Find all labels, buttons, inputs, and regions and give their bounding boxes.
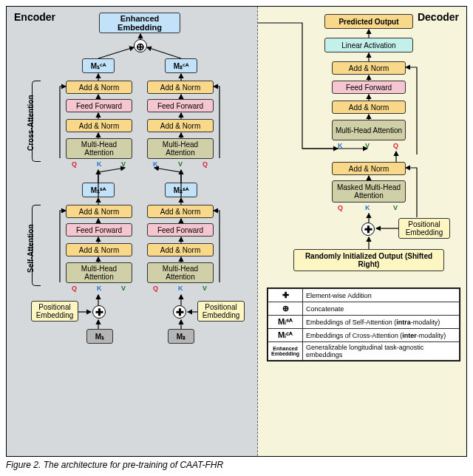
legend-enh-txt: Generalizable longitudinal task-agnostic… [303, 342, 460, 361]
cross-attention-label: Cross-Attention [27, 95, 35, 151]
pos-embed-box: Positional Embedding [398, 218, 450, 239]
plus-icon: ✚ [173, 305, 186, 319]
addnorm-box: Add & Norm [147, 119, 214, 132]
feedforward-box: Feed Forward [147, 99, 214, 112]
svg-line-1 [98, 47, 134, 58]
pos-embed-box: Positional Embedding [31, 301, 78, 322]
mha-box: Multi-Head Attention [332, 120, 406, 140]
legend-misa-txt: Embeddings of Self-Attention (intra-moda… [303, 316, 460, 329]
addnorm-box: Add & Norm [147, 243, 214, 256]
pos-embed-box: Positional Embedding [197, 301, 245, 322]
legend-plus-txt: Element-wise Addition [303, 289, 460, 302]
encoder-title: Encoder [14, 11, 55, 23]
k-label: K [97, 285, 102, 292]
addnorm-box: Add & Norm [66, 81, 132, 94]
mha-box: Multi-Head Attention [66, 262, 132, 283]
feedforward-box: Feed Forward [147, 223, 214, 237]
plus-icon: ✚ [92, 305, 106, 319]
figure-caption: Figure 2. The architecture for pre-train… [6, 460, 467, 470]
addnorm-box: Add & Norm [147, 81, 214, 94]
feedforward-box: Feed Forward [66, 99, 132, 112]
m1-sa-box: M₁ˢᴬ [82, 183, 115, 197]
k-label: K [365, 204, 370, 211]
q-label: Q [72, 285, 77, 292]
feedforward-box: Feed Forward [332, 81, 406, 94]
decoder-title: Decoder [418, 11, 459, 23]
enhanced-embedding-box: Enhanced Embedding [99, 13, 180, 33]
addnorm-box: Add & Norm [147, 205, 214, 218]
m2-ca-box: M₂ᶜᴬ [165, 58, 197, 73]
feedforward-box: Feed Forward [66, 223, 132, 237]
q-label: Q [393, 142, 398, 149]
legend-box: ✚Element-wise Addition ⊕Concatenate Mᵢˢᴬ… [267, 288, 460, 361]
q-label: Q [203, 160, 208, 168]
k-label: K [153, 160, 158, 168]
mha-box: Multi-Head Attention [147, 262, 214, 283]
decoder-panel: Decoder Predicted Output Linear Activati… [258, 7, 466, 456]
q-label: Q [153, 285, 158, 292]
svg-line-2 [147, 47, 181, 58]
addnorm-box: Add & Norm [332, 101, 406, 114]
legend-mica-sym: Mᵢᶜᴬ [268, 329, 303, 342]
k-label: K [338, 142, 343, 149]
m1-input-box: M₁ [86, 329, 113, 344]
k-label: K [97, 160, 102, 168]
masked-mha-box: Masked Multi-Head Attention [332, 180, 406, 203]
v-label: V [121, 160, 126, 168]
self-attention-label: Self-Attention [27, 224, 35, 273]
random-init-box: Randomly Initialized Output (Shifted Rig… [293, 249, 444, 271]
addnorm-box: Add & Norm [332, 61, 406, 75]
v-label: V [121, 285, 126, 292]
mha-box: Multi-Head Attention [66, 138, 132, 159]
addnorm-box: Add & Norm [332, 162, 406, 175]
m2-sa-box: M₂ˢᴬ [165, 183, 197, 197]
addnorm-box: Add & Norm [66, 119, 132, 132]
legend-mica-txt: Embeddings of Cross-Attention (inter-mod… [303, 329, 460, 342]
architecture-diagram: Encoder Enhanced Embedding ⊕ M₁ᶜᴬ M₂ᶜᴬ A… [6, 6, 467, 457]
linear-activation-box: Linear Activation [324, 38, 413, 52]
v-label: V [178, 160, 183, 168]
v-label: V [203, 285, 207, 292]
addnorm-box: Add & Norm [66, 205, 132, 218]
legend-plus-sym: ✚ [268, 289, 303, 302]
legend-concat-sym: ⊕ [268, 302, 303, 316]
k-label: K [178, 285, 183, 292]
plus-icon: ✚ [361, 222, 375, 236]
predicted-output-box: Predicted Output [324, 14, 413, 29]
addnorm-box: Add & Norm [66, 243, 132, 256]
v-label: V [365, 142, 370, 149]
q-label: Q [72, 160, 77, 168]
concat-icon: ⊕ [134, 39, 147, 52]
legend-concat-txt: Concatenate [303, 302, 460, 316]
mha-box: Multi-Head Attention [147, 138, 214, 159]
q-label: Q [338, 204, 343, 211]
legend-misa-sym: Mᵢˢᴬ [268, 316, 303, 329]
encoder-panel: Encoder Enhanced Embedding ⊕ M₁ᶜᴬ M₂ᶜᴬ A… [7, 7, 258, 456]
m1-ca-box: M₁ᶜᴬ [82, 58, 115, 73]
v-label: V [393, 204, 398, 211]
legend-enh-sym: Enhanced Embedding [268, 342, 303, 361]
m2-input-box: M₂ [168, 329, 194, 344]
